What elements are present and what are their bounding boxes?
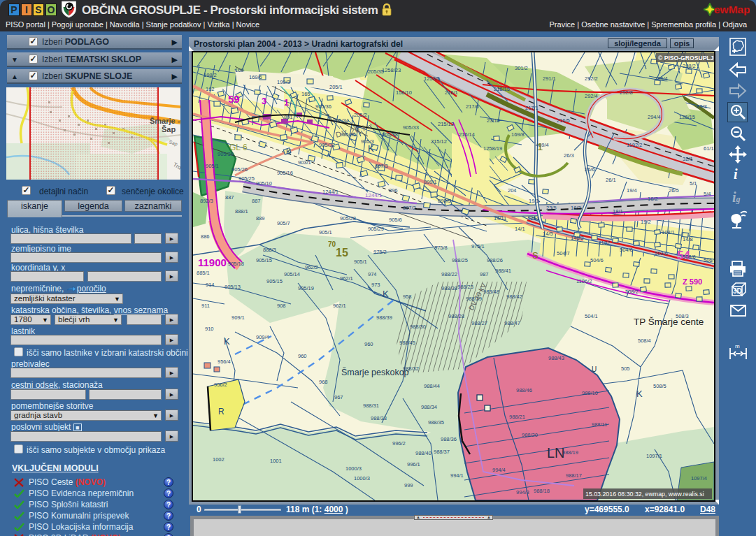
svg-text:905/1: 905/1 (206, 163, 219, 169)
svg-text:Šmarje peskokop: Šmarje peskokop (341, 367, 409, 377)
svg-text:988/20: 988/20 (522, 432, 538, 438)
svg-text:199/3: 199/3 (277, 79, 290, 85)
svg-text:908: 908 (277, 303, 286, 309)
svg-text:14/1: 14/1 (515, 226, 525, 232)
svg-text:988/35: 988/35 (428, 419, 444, 426)
svg-text:887: 887 (225, 194, 234, 201)
svg-text:905/18: 905/18 (228, 261, 244, 267)
svg-text:896: 896 (389, 187, 398, 194)
svg-text:956/4: 956/4 (217, 358, 231, 365)
svg-text:988/37: 988/37 (434, 449, 450, 455)
svg-text:16/3: 16/3 (571, 205, 581, 211)
svg-text:59: 59 (228, 93, 240, 105)
svg-text:1000/3: 1000/3 (345, 465, 362, 472)
svg-text:988/30: 988/30 (410, 324, 426, 330)
svg-text:905/28: 905/28 (340, 215, 356, 222)
svg-text:15: 15 (336, 247, 348, 259)
svg-text:508/5: 508/5 (653, 383, 666, 389)
svg-text:S: S (532, 250, 539, 261)
svg-text:905/1: 905/1 (319, 229, 332, 236)
svg-text:905/36: 905/36 (315, 103, 331, 110)
svg-text:15.03.2016 08:30:32, ewmap, ww: 15.03.2016 08:30:32, ewmap, www.realis.s… (585, 491, 704, 498)
svg-text:m: m (735, 343, 740, 349)
svg-text:956/2: 956/2 (214, 382, 227, 388)
svg-text:988/38: 988/38 (441, 285, 457, 291)
svg-text:1244: 1244 (527, 215, 539, 222)
svg-text:988/21: 988/21 (509, 414, 525, 420)
svg-text:905/32: 905/32 (319, 142, 335, 148)
svg-text:891: 891 (284, 114, 293, 120)
svg-text:Šmarje -: Šmarje - (150, 117, 180, 125)
svg-text:905/26: 905/26 (231, 166, 248, 173)
svg-text:962/2: 962/2 (305, 264, 318, 270)
svg-text:1258/23: 1258/23 (382, 67, 401, 73)
svg-text:504/1: 504/1 (585, 313, 598, 319)
svg-text:23/5: 23/5 (546, 205, 557, 211)
svg-text:TP Šmarje cente: TP Šmarje cente (634, 317, 704, 327)
svg-text:897/3: 897/3 (375, 163, 388, 169)
svg-text:GL 6: GL 6 (229, 143, 248, 152)
svg-text:504/6: 504/6 (620, 247, 633, 253)
svg-text:988/42: 988/42 (506, 294, 522, 300)
svg-text:288/2: 288/2 (683, 63, 696, 69)
svg-text:960: 960 (364, 341, 373, 347)
svg-text:889: 889 (256, 215, 265, 222)
svg-text:909/4: 909/4 (256, 334, 269, 340)
svg-text:996/1: 996/1 (407, 461, 420, 468)
svg-text:216/1: 216/1 (445, 89, 458, 96)
svg-text:903/1: 903/1 (298, 159, 311, 166)
svg-text:988/31: 988/31 (363, 403, 379, 409)
svg-text:988/27: 988/27 (471, 320, 487, 326)
svg-text:905/16: 905/16 (277, 170, 293, 176)
svg-text:Trd: Trd (172, 161, 180, 171)
svg-text:974: 974 (368, 271, 377, 277)
svg-text:215/13: 215/13 (438, 121, 454, 127)
svg-text:108/1: 108/1 (662, 229, 675, 236)
svg-text:905/14: 905/14 (284, 271, 300, 277)
svg-text:887: 887 (252, 198, 261, 204)
svg-text:988/25: 988/25 (452, 257, 468, 263)
svg-text:988/43: 988/43 (548, 355, 564, 361)
svg-text:5/4: 5/4 (704, 191, 711, 197)
svg-text:988/41: 988/41 (495, 268, 511, 274)
svg-text:987: 987 (480, 271, 489, 277)
svg-text:26/6: 26/6 (585, 166, 595, 173)
svg-text:988/33: 988/33 (371, 415, 387, 421)
svg-text:504/6: 504/6 (590, 257, 604, 263)
svg-text:905/7: 905/7 (277, 220, 290, 226)
svg-text:3D: 3D (733, 287, 742, 295)
svg-text:905/19: 905/19 (298, 285, 314, 291)
svg-text:165: 165 (301, 91, 311, 97)
svg-text:988/10: 988/10 (582, 390, 598, 396)
svg-text:K: K (636, 389, 643, 399)
svg-text:914: 914 (206, 282, 215, 288)
svg-text:Sap: Sap (168, 139, 178, 147)
svg-text:899/1: 899/1 (424, 179, 437, 185)
svg-text:905/15: 905/15 (256, 257, 272, 263)
svg-text:897/2: 897/2 (403, 205, 416, 211)
svg-text:508/6: 508/6 (683, 254, 696, 260)
svg-text:1000/3: 1000/3 (354, 475, 370, 481)
svg-text:996/2: 996/2 (392, 440, 406, 447)
svg-text:988/47: 988/47 (504, 320, 520, 326)
svg-text:1244/1: 1244/1 (365, 192, 383, 198)
svg-text:83/3: 83/3 (697, 103, 707, 110)
svg-text:3: 3 (262, 96, 266, 106)
svg-text:14/5: 14/5 (543, 231, 553, 237)
svg-text:988/40: 988/40 (415, 450, 432, 456)
svg-text:988/17: 988/17 (566, 472, 582, 479)
svg-text:1097/1: 1097/1 (646, 453, 662, 459)
svg-text:1258/19: 1258/19 (483, 145, 502, 152)
svg-text:1192/2: 1192/2 (627, 142, 642, 148)
svg-text:205/2: 205/2 (354, 112, 367, 118)
svg-text:1097/4: 1097/4 (691, 475, 707, 481)
svg-text:1192: 1192 (599, 240, 610, 246)
svg-text:962/1: 962/1 (333, 303, 346, 309)
svg-text:994/1: 994/1 (450, 472, 464, 479)
svg-text:503/6: 503/6 (655, 250, 668, 256)
svg-text:999: 999 (404, 482, 413, 488)
svg-text:988/28: 988/28 (448, 313, 464, 319)
svg-text:126/15: 126/15 (679, 114, 695, 120)
svg-text:988/34: 988/34 (421, 404, 437, 410)
svg-text:11900: 11900 (198, 256, 227, 268)
